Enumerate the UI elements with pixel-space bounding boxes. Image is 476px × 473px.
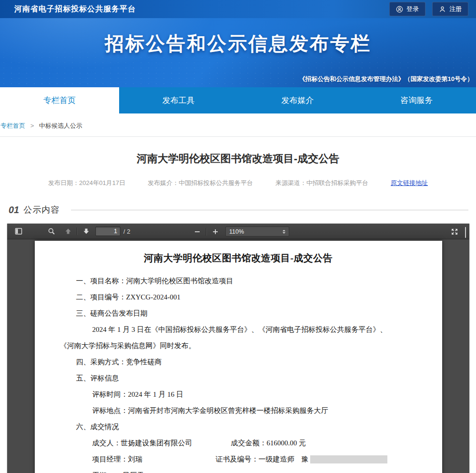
zoom-out-icon (193, 228, 201, 236)
header-actions: 登录 注册 (389, 2, 468, 16)
redaction-box (310, 455, 387, 463)
user-circle-icon (396, 6, 403, 13)
tab-column-home[interactable]: 专栏首页 (0, 87, 119, 113)
tab-consult-service[interactable]: 咨询服务 (357, 87, 476, 113)
zoom-in-button[interactable] (209, 226, 222, 237)
banner-title: 招标公告和公示信息发布专栏 (0, 18, 476, 57)
sidebar-toggle-icon (15, 227, 22, 235)
fullscreen-button[interactable] (448, 226, 461, 237)
zoom-in-icon (212, 228, 219, 236)
doc-line: 三、磋商公告发布日期 (35, 305, 442, 321)
zoom-level-select[interactable]: 110% (225, 226, 289, 236)
doc-line: 评标时间：2024 年 1 月 16 日 (35, 386, 442, 402)
banner-subtitle: 《招标公告和公示信息发布管理办法》（国家发改委第10号令） (299, 75, 473, 83)
section-number: 01 (9, 205, 19, 216)
doc-line: 五、评标信息 (35, 370, 442, 386)
doc-line: 四、采购方式：竞争性磋商 (35, 354, 442, 370)
meta-publish-date: 发布日期：2024年01月17日 (48, 179, 125, 187)
page-down-icon (82, 227, 90, 235)
page-up-button[interactable] (61, 226, 74, 237)
pdf-viewer: / 2 110% (7, 224, 469, 473)
doc-line: 2024 年 1 月 3 日在《中国招标投标公共服务平台》、《河南省电子招标投标… (35, 321, 442, 338)
zoom-out-button[interactable] (191, 226, 203, 237)
login-label: 登录 (406, 5, 419, 13)
find-button[interactable] (45, 226, 58, 237)
section-title: 公示内容 (23, 204, 60, 216)
pdf-toolbar: / 2 110% (7, 224, 469, 239)
page-number-input[interactable] (95, 226, 121, 236)
site-title: 河南省电子招标投标公共服务平台 (14, 4, 136, 14)
register-label: 注册 (449, 5, 462, 13)
document-body: 一、项目名称：河南大学明伦校区图书馆改造项目 二、项目编号：ZXYCG-2024… (35, 273, 442, 473)
pdf-scrollbar-thumb[interactable] (465, 227, 466, 238)
login-button[interactable]: 登录 (389, 2, 425, 16)
breadcrumb: 专栏首页 > 中标候选人公示 (0, 113, 476, 137)
user-icon (439, 6, 446, 13)
pdf-page: 河南大学明伦校区图书馆改造项目-成交公告 一、项目名称：河南大学明伦校区图书馆改… (35, 241, 442, 473)
breadcrumb-current: 中标候选人公示 (39, 122, 82, 129)
doc-line: 成交人：世扬建设集团有限公司 成交金额：616000.00 元 (35, 435, 442, 451)
doc-line: 评标地点：河南省开封市河南大学金明校区曾宪梓楼一楼招标采购服务大厅 (35, 402, 442, 419)
chevron-updown-icon (283, 228, 285, 235)
document-title: 河南大学明伦校区图书馆改造项目-成交公告 (35, 241, 442, 265)
banner: 招标公告和公示信息发布专栏 《招标公告和公示信息发布管理办法》（国家发改委第10… (0, 18, 476, 87)
meta-source-channel: 来源渠道：中招联合招标采购平台 (275, 179, 368, 187)
breadcrumb-home[interactable]: 专栏首页 (0, 122, 25, 129)
section-header: 01 公示内容 (9, 204, 468, 216)
tab-publish-tools[interactable]: 发布工具 (119, 87, 238, 113)
doc-line: 《河南大学招标与采购信息网》同时发布。 (35, 338, 442, 354)
doc-line: 六、成交情况 (35, 419, 442, 435)
fullscreen-icon (451, 228, 458, 236)
doc-line: 二、项目编号：ZXYCG-2024-001 (35, 289, 442, 305)
nav-tabs: 专栏首页 发布工具 发布媒介 咨询服务 (0, 87, 476, 113)
meta-publish-media: 发布媒介：中国招标投标公共服务平台 (148, 179, 253, 187)
page-up-icon (64, 227, 72, 235)
doc-line-col2: 成交金额：616000.00 元 (231, 435, 306, 451)
doc-line: 工期：35 日历天 (35, 467, 442, 473)
zoom-controls: 110% (191, 224, 289, 239)
zoom-level-value: 110% (229, 228, 244, 235)
section-divider (71, 210, 468, 210)
sidebar-toggle-button[interactable] (12, 226, 25, 237)
tab-publish-media[interactable]: 发布媒介 (238, 87, 357, 113)
doc-line: 一、项目名称：河南大学明伦校区图书馆改造项目 (35, 273, 442, 289)
search-icon (48, 227, 55, 235)
page-down-button[interactable] (80, 226, 92, 237)
article-meta: 发布日期：2024年01月17日 发布媒介：中国招标投标公共服务平台 来源渠道：… (0, 179, 476, 187)
top-header: 河南省电子招标投标公共服务平台 登录 注册 (0, 0, 476, 18)
breadcrumb-separator: > (30, 122, 34, 129)
doc-line: 项目经理：刘瑞 证书及编号：一级建造师 豫 (35, 451, 442, 467)
original-link[interactable]: 原文链接地址 (391, 179, 428, 187)
doc-line-col2: 证书及编号：一级建造师 豫 (216, 451, 387, 467)
register-button[interactable]: 注册 (432, 2, 468, 16)
page-total: / 2 (123, 228, 130, 235)
page-title: 河南大学明伦校区图书馆改造项目-成交公告 (0, 152, 476, 166)
